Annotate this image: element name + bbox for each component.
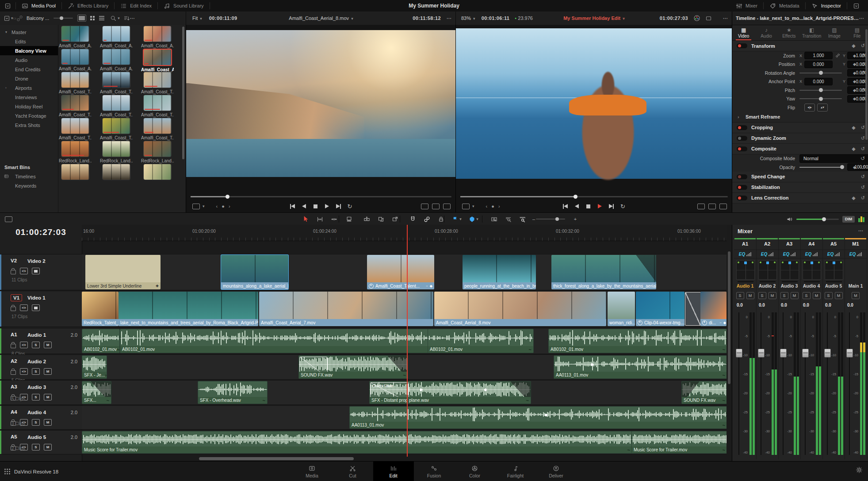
keyframe-icon[interactable]: ◆ — [853, 165, 856, 169]
keyframe-icon[interactable]: ◆ — [853, 88, 856, 92]
page-tab-fairlight[interactable]: Fairlight — [495, 462, 536, 481]
menu-item-media-pool[interactable]: Media Pool — [16, 0, 61, 12]
stop-button[interactable] — [584, 202, 593, 210]
reset-icon[interactable]: ↺ — [860, 53, 865, 59]
sidebar-item-audio[interactable]: Audio — [0, 55, 58, 65]
sidebar-item-timelines[interactable]: Timelines — [0, 172, 58, 181]
zoom-fit-button[interactable] — [488, 214, 500, 224]
audio-clip[interactable]: Music Score for Trailer.mov~ — [631, 431, 727, 454]
param-slider[interactable] — [799, 167, 842, 168]
mute-button[interactable]: M — [791, 292, 799, 299]
video-clip[interactable]: Clip-04-wexor-tmg...~◆ — [636, 292, 684, 326]
fade-handle-icon[interactable]: ~ — [403, 373, 406, 378]
audio-clip[interactable]: AB0102_01.mov~ — [548, 329, 727, 353]
lock-icon[interactable] — [11, 307, 16, 311]
media-clip[interactable]: Amalfi_Coast_A... — [100, 26, 133, 48]
play-button[interactable] — [322, 202, 332, 210]
fade-handle-icon[interactable]: ~ — [105, 373, 107, 378]
page-tab-media[interactable]: Media — [292, 462, 333, 481]
mute-button[interactable]: M — [852, 292, 860, 299]
keyframe-icon[interactable]: ◆ — [853, 96, 856, 101]
pan-marker[interactable] — [744, 262, 747, 264]
tab-effects[interactable]: ★Effects — [778, 25, 800, 40]
pan-pad[interactable] — [736, 260, 755, 280]
title-clip[interactable]: Lower 3rd Simple Underline✚ — [85, 255, 161, 289]
reset-icon[interactable]: ↺ — [860, 164, 865, 170]
reset-icon[interactable]: ↺ — [861, 125, 865, 131]
keyframe-icon[interactable]: ◆ — [852, 146, 855, 152]
section-dynamic-zoom[interactable]: Dynamic Zoom↺ — [732, 133, 868, 144]
menu-item-sound-library[interactable]: Sound Library — [158, 0, 210, 12]
media-pool-scrollbar[interactable] — [182, 27, 184, 159]
reset-icon[interactable]: ↺ — [860, 61, 865, 67]
link-icon[interactable] — [835, 53, 840, 58]
video-clip[interactable]: thick_forest_along_a_lake_by_the_mountai… — [551, 255, 656, 289]
mute-button[interactable]: M — [44, 444, 52, 450]
list-view-button[interactable] — [99, 16, 104, 20]
lock-icon[interactable] — [11, 344, 16, 348]
auto-select-icon[interactable]: <> — [20, 304, 28, 311]
sidebar-item-drone[interactable]: Drone — [0, 74, 58, 83]
eq-button[interactable]: EQ — [756, 250, 778, 258]
timeline-zoom-slider[interactable] — [536, 219, 565, 219]
source-scrub-bar[interactable] — [191, 196, 451, 197]
auto-select-icon[interactable]: <> — [20, 342, 28, 348]
keyframe-icon[interactable]: ◆ — [853, 54, 856, 58]
track-header-a3[interactable]: A3Audio 32.0<>SM5 Clips — [0, 380, 82, 405]
audio-clip[interactable]: SFX - Overhead.wav~ — [198, 381, 268, 404]
timeline-scrub-bar[interactable] — [460, 196, 728, 197]
trim-edit-mode-button[interactable] — [314, 214, 325, 224]
broken-link-icon[interactable] — [16, 15, 23, 22]
mute-button[interactable]: M — [813, 292, 821, 299]
video-clip[interactable]: Amalfi_Coast_Aerial_8.mov — [434, 292, 606, 326]
flip-horizontal-button[interactable]: ◂|▸ — [804, 104, 815, 112]
reset-icon[interactable]: ↺ — [861, 174, 865, 180]
skip-start-button[interactable] — [287, 202, 297, 210]
audio-clip[interactable]: SFX - Je...~ — [82, 355, 107, 379]
panel-layout-toggle[interactable] — [847, 0, 865, 12]
sidebar-item-edits[interactable]: Edits — [0, 37, 58, 46]
in-out-icon[interactable] — [708, 204, 716, 209]
audio-clip[interactable]: AB0102_01.mov~ — [120, 329, 451, 353]
media-clip[interactable] — [141, 164, 174, 181]
mixer-strip-a5[interactable]: A5EQAudio 5SM0.00-5-10-15-20-25-30-40 — [822, 238, 845, 459]
solo-button[interactable]: S — [32, 342, 40, 348]
track-header-a1[interactable]: A1Audio 12.0<>SM8 Clips — [0, 328, 82, 354]
page-tab-edit[interactable]: Edit — [373, 462, 414, 481]
fade-handle-icon[interactable]: ~ — [107, 398, 109, 403]
zoom-level-dropdown[interactable]: 83% ▾ — [461, 15, 475, 21]
reset-icon[interactable]: ↺ — [860, 78, 865, 85]
menu-item-effects-library[interactable]: Effects Library — [62, 0, 114, 12]
section-toggle[interactable] — [737, 146, 747, 151]
mute-button[interactable]: M — [44, 394, 52, 400]
loop-button[interactable]: ↻ — [345, 202, 355, 210]
tab-image[interactable]: ▨Image — [823, 25, 845, 40]
sidebar-item-balcony-view[interactable]: Balcony View — [0, 46, 58, 55]
enable-icon[interactable] — [32, 304, 40, 311]
eq-button[interactable]: EQ — [822, 250, 845, 258]
page-tab-cut[interactable]: Cut — [333, 462, 373, 481]
pan-pad[interactable] — [825, 260, 843, 280]
replace-clip-button[interactable] — [389, 214, 401, 224]
slider-knob[interactable] — [819, 88, 823, 92]
filmstrip-view-button[interactable] — [77, 15, 86, 22]
reset-icon[interactable]: ↺ — [860, 96, 865, 102]
keyframe-icon[interactable]: ◆ — [853, 62, 856, 66]
zoom-custom-button[interactable] — [516, 214, 528, 224]
zoom-in-button[interactable]: + — [570, 214, 581, 224]
play-reverse-button[interactable] — [572, 202, 582, 210]
pan-pad[interactable] — [780, 260, 799, 280]
tab-file[interactable]: ▤File — [846, 25, 868, 40]
section-toggle[interactable] — [737, 136, 747, 141]
thumbnail-size-slider[interactable] — [54, 18, 73, 19]
timeline-vertical-scrollbar[interactable] — [728, 251, 730, 384]
match-frame-icon[interactable] — [697, 204, 705, 209]
page-tab-fusion[interactable]: Fusion — [414, 462, 455, 481]
mute-button[interactable]: M — [746, 292, 754, 299]
section-toggle[interactable] — [737, 43, 747, 48]
menu-item-edit-index[interactable]: Edit Index — [115, 0, 157, 12]
solo-button[interactable]: S — [736, 292, 744, 299]
x-value-field[interactable]: 1.000 — [804, 52, 833, 59]
media-clip[interactable]: Amalfi_Coast_T... — [59, 118, 92, 140]
chevron-down-icon[interactable]: ▾ — [476, 217, 478, 221]
